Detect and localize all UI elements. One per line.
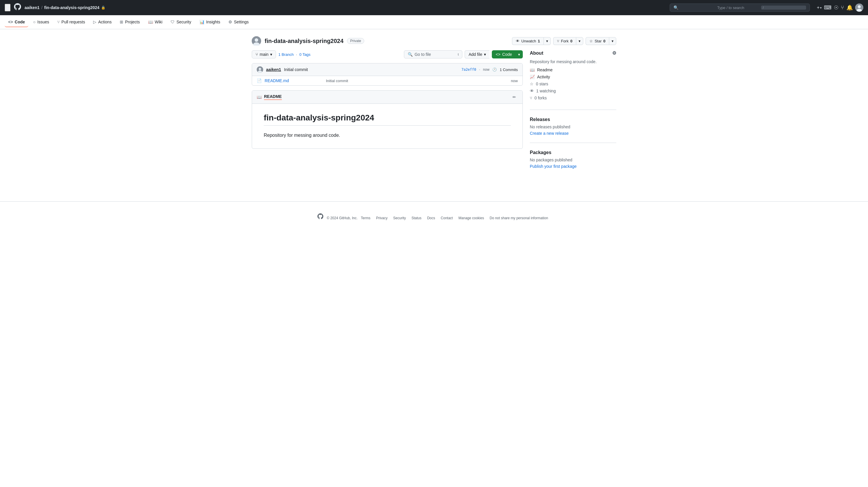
search-kbd: / [761, 5, 806, 10]
github-logo[interactable] [14, 3, 21, 12]
user-avatar[interactable] [855, 3, 863, 12]
footer-docs-link[interactable]: Docs [427, 216, 435, 220]
readme-box: 📖 README ✏ fin-data-analysis-spring2024 … [252, 90, 523, 149]
footer-terms-link[interactable]: Terms [361, 216, 371, 220]
content-layout: ⑂ main ▾ 1 Branch · 0 Tags 🔍 Go to file [252, 50, 616, 183]
search-bar[interactable]: 🔍 Type / to search / [670, 3, 810, 12]
releases-title: Releases [530, 117, 616, 122]
readme-header-left: 📖 README [257, 94, 282, 100]
tab-issues[interactable]: ○ Issues [30, 17, 53, 27]
publish-package-link[interactable]: Publish your first package [530, 164, 577, 169]
terminal-icon[interactable]: ⌨ [824, 4, 832, 11]
commits-count-link[interactable]: 1 Commits [500, 67, 518, 72]
breadcrumb: aaiken1 / fin-data-analysis-spring2024 🔒 [25, 5, 105, 10]
code-dropdown[interactable]: ▾ [516, 50, 523, 58]
commit-avatar [257, 66, 263, 73]
star-group: ☆ Star 0 ▾ [586, 37, 616, 45]
security-icon: 🛡 [170, 20, 175, 24]
owner-link[interactable]: aaiken1 [25, 5, 39, 10]
svg-point-7 [259, 68, 261, 70]
commit-message: Initial commit [284, 67, 308, 72]
fork-icon: ⑂ [557, 39, 559, 43]
watching-stat: 👁 1 watching [530, 89, 616, 93]
footer-privacy-choice-link[interactable]: Do not share my personal information [490, 216, 548, 220]
no-packages-text: No packages published [530, 157, 616, 162]
fork-dropdown[interactable]: ▾ [576, 37, 583, 45]
search-small-icon: 🔍 [408, 52, 413, 57]
packages-title: Packages [530, 150, 616, 155]
star-button[interactable]: ☆ Star 0 [586, 37, 609, 45]
create-new-button[interactable]: +▾ [817, 5, 822, 10]
about-description: Repository for messing around code. [530, 59, 616, 64]
fork-small-icon: ⑂ [530, 95, 532, 100]
tab-insights[interactable]: 📊 Insights [196, 17, 224, 27]
commit-author-link[interactable]: aaiken1 [266, 67, 281, 72]
readme-edit-button[interactable]: ✏ [511, 93, 518, 101]
footer-status-link[interactable]: Status [411, 216, 422, 220]
issues-icon[interactable]: ☉ [834, 4, 838, 11]
tab-actions[interactable]: ▷ Actions [90, 17, 115, 27]
file-time: now [511, 79, 518, 83]
fork-button[interactable]: ⑂ Fork 0 [553, 37, 576, 45]
create-release-link[interactable]: Create a new release [530, 131, 569, 136]
tab-security[interactable]: 🛡 Security [167, 17, 195, 27]
go-to-file-button[interactable]: 🔍 Go to file t [404, 50, 462, 58]
branch-count-link[interactable]: 1 Branch [278, 52, 293, 57]
code-button[interactable]: <> Code [492, 50, 516, 58]
footer: © 2024 GitHub, Inc. Terms Privacy Securi… [0, 201, 868, 228]
issues-nav-icon: ○ [33, 20, 35, 24]
add-file-button[interactable]: Add file ▾ [465, 50, 490, 58]
copyright-text: © 2024 GitHub, Inc. [327, 216, 358, 220]
about-gear-icon[interactable]: ⚙ [612, 50, 616, 56]
tab-pull-requests[interactable]: ⑂ Pull requests [54, 17, 89, 27]
hamburger-button[interactable]: ☰ [5, 4, 10, 11]
eye-small-icon: 👁 [530, 89, 534, 93]
projects-icon: ⊞ [120, 20, 123, 24]
actions-icon: ▷ [93, 20, 96, 24]
star-small-icon: ☆ [530, 82, 534, 86]
repo-header-right: 👁 Unwatch 1 ▾ ⑂ Fork 0 ▾ ☆ Star [512, 37, 616, 45]
footer-contact-link[interactable]: Contact [441, 216, 453, 220]
pr-icon: ⑂ [57, 20, 60, 24]
tab-code[interactable]: <> Code [5, 17, 28, 27]
repo-name[interactable]: fin-data-analysis-spring2024 [44, 5, 99, 10]
pull-requests-icon[interactable]: ⑂ [841, 5, 844, 11]
tab-projects[interactable]: ⊞ Projects [116, 17, 144, 27]
footer-cookies-link[interactable]: Manage cookies [459, 216, 484, 220]
footer-privacy-link[interactable]: Privacy [376, 216, 388, 220]
unwatch-button[interactable]: 👁 Unwatch 1 [512, 37, 544, 45]
commit-time: now [483, 67, 490, 71]
branch-icon: ⑂ [255, 52, 258, 57]
commit-bar-left: aaiken1 Initial commit [257, 66, 308, 73]
history-icon: 🕐 [492, 67, 497, 71]
svg-point-4 [255, 38, 258, 42]
code-icon: <> [8, 20, 13, 24]
activity-link[interactable]: 📈 Activity [530, 75, 616, 79]
go-to-file-kbd: t [458, 53, 459, 56]
commit-sha-link[interactable]: 7a2eff0 [461, 67, 476, 71]
repo-avatar [252, 36, 261, 46]
commit-bar-right: 7a2eff0 · now 🕐 1 Commits [461, 67, 518, 72]
private-badge: Private [347, 38, 364, 44]
tag-count-link[interactable]: 0 Tags [299, 52, 310, 57]
repo-title[interactable]: fin-data-analysis-spring2024 [265, 38, 343, 45]
footer-security-link[interactable]: Security [393, 216, 406, 220]
top-nav-actions: +▾ ⌨ ☉ ⑂ 🔔 [817, 3, 863, 12]
repo-header: fin-data-analysis-spring2024 Private 👁 U… [252, 36, 616, 46]
branch-selector[interactable]: ⑂ main ▾ [252, 50, 276, 58]
forks-stat: ⑂ 0 forks [530, 95, 616, 100]
commit-dot: · [479, 67, 480, 71]
unwatch-dropdown[interactable]: ▾ [544, 37, 551, 45]
file-name-link[interactable]: README.md [265, 78, 323, 83]
readme-link[interactable]: 📖 Readme [530, 67, 616, 72]
notifications-icon[interactable]: 🔔 [846, 4, 853, 11]
insights-icon: 📊 [199, 20, 205, 24]
unwatch-group: 👁 Unwatch 1 ▾ [512, 37, 551, 45]
tab-wiki[interactable]: 📖 Wiki [145, 17, 166, 27]
code-brackets-icon: <> [496, 52, 500, 57]
add-file-group: Add file ▾ [465, 50, 490, 58]
activity-icon: 📈 [530, 75, 535, 79]
star-dropdown[interactable]: ▾ [609, 37, 616, 45]
tab-settings[interactable]: ⚙ Settings [225, 17, 252, 27]
settings-icon: ⚙ [228, 20, 232, 24]
